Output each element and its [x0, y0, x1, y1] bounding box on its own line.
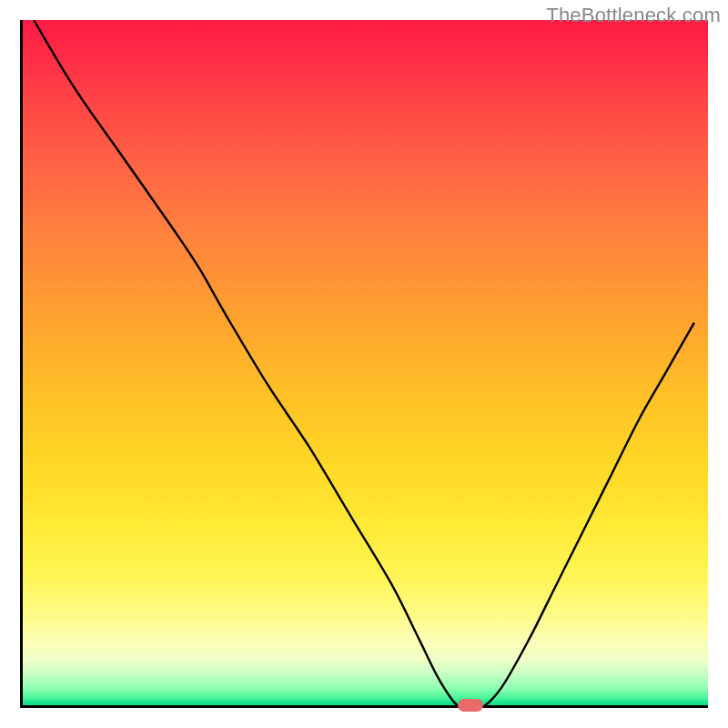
curve-svg [20, 20, 708, 708]
watermark-text: TheBottleneck.com [546, 4, 721, 27]
bottleneck-curve-path [34, 20, 694, 708]
chart-container: TheBottleneck.com [0, 0, 728, 728]
optimum-marker [458, 699, 483, 712]
plot-area [20, 20, 708, 708]
